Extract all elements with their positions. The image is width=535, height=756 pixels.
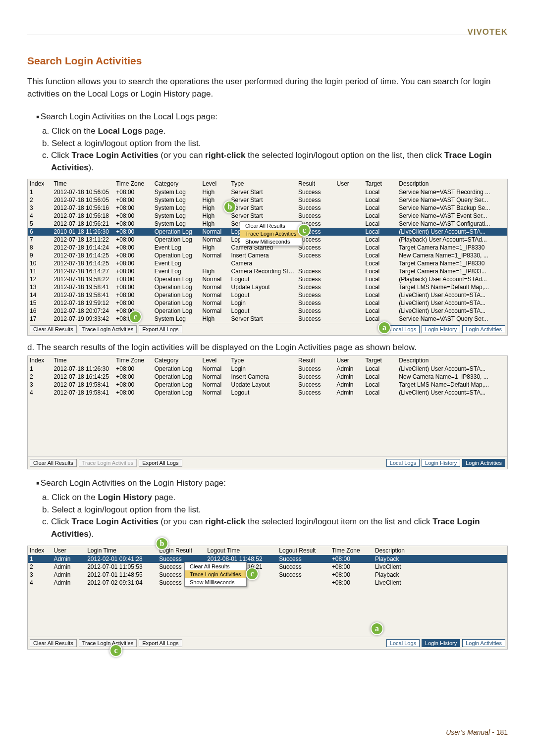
table-row[interactable]: 152012-07-18 19:59:12+08:00Operation Log… — [28, 299, 507, 307]
clear-all-results-button[interactable]: Clear All Results — [30, 639, 77, 647]
table-cell — [334, 212, 363, 220]
table-cell: Operation Log — [153, 252, 201, 259]
table-cell: 1 — [28, 365, 52, 373]
page-footer: User's Manual - 181 — [446, 728, 508, 736]
table-cell: 16 — [28, 307, 52, 315]
tab-login-activities[interactable]: Login Activities — [462, 639, 505, 647]
table-cell: Playback — [373, 571, 507, 579]
trace-login-activities-button[interactable]: Trace Login Activities — [79, 639, 137, 647]
context-menu-item[interactable]: Clear All Results — [240, 222, 302, 230]
table-cell: +08:00 — [114, 212, 152, 220]
proc-a-step-b: b. Select a login/logout option from the… — [36, 138, 508, 150]
table-cell: Success — [296, 275, 334, 283]
table-cell: 2012-07-18 10:56:05 — [52, 196, 114, 204]
table-cell: Operation Log — [153, 381, 201, 389]
table-row[interactable]: 92012-07-18 16:14:25+08:00Operation LogN… — [28, 252, 507, 259]
table-row[interactable]: 22012-07-18 16:14:25+08:00Operation LogN… — [28, 373, 507, 381]
column-header: Index — [28, 179, 52, 188]
table-row[interactable]: 3Admin2012-07-01 11:48:55SuccessSuccess+… — [28, 571, 507, 579]
table-cell: +08:00 — [114, 228, 152, 236]
table-cell — [334, 307, 363, 315]
table-row[interactable]: 32012-07-18 19:58:41+08:00Operation LogN… — [28, 381, 507, 389]
table-cell: Local — [364, 267, 397, 275]
table-row[interactable]: 162012-07-18 20:07:24+08:00Operation Log… — [28, 307, 507, 315]
table-cell: Update Layout — [229, 381, 297, 389]
table-row[interactable]: 142012-07-18 19:58:41+08:00Operation Log… — [28, 291, 507, 299]
table-cell — [334, 220, 363, 228]
footer-page-number: 181 — [496, 728, 508, 736]
table-cell: Local — [364, 307, 397, 315]
table-cell: Success — [296, 381, 334, 389]
table-cell: Local — [364, 236, 397, 244]
table-row[interactable]: 1Admin2012-02-01 09:41:28Success2012-08-… — [28, 555, 507, 563]
table-cell: 2012-07-18 16:14:25 — [52, 252, 114, 259]
table-row[interactable]: 22012-07-18 10:56:05+08:00System LogHigh… — [28, 196, 507, 204]
table-cell: 7 — [28, 236, 52, 244]
table-cell: 10 — [28, 259, 52, 267]
table-row[interactable]: 42012-07-18 10:56:18+08:00System LogHigh… — [28, 212, 507, 220]
column-header: Logout Time — [205, 546, 277, 555]
table-row[interactable]: 42012-07-18 19:58:41+08:00Operation LogN… — [28, 389, 507, 397]
table-cell: Local — [364, 389, 397, 397]
tab-local-logs[interactable]: Local Logs — [386, 325, 420, 333]
table-row[interactable]: 12012-07-18 11:26:30+08:00Operation LogN… — [28, 365, 507, 373]
tab-login-history[interactable]: Login History — [422, 459, 460, 467]
table-row[interactable]: 2Admin2012-07-01 11:05:53Success2012-08-… — [28, 563, 507, 571]
table-cell: Local — [364, 220, 397, 228]
table-row[interactable]: 102012-07-18 16:14:25+08:00Event LogCame… — [28, 259, 507, 267]
table-cell: Service Name=VAST Query Ser... — [397, 196, 507, 204]
table-cell — [334, 275, 363, 283]
export-all-logs-button[interactable]: Export All Logs — [139, 459, 182, 467]
tab-login-activities[interactable]: Login Activities — [462, 325, 505, 333]
table-cell: +08:00 — [114, 259, 152, 267]
table-cell: Success — [296, 244, 334, 252]
table-cell: New Camera Name=1_IP8330, ... — [397, 373, 507, 381]
table-cell: 2012-07-18 20:07:24 — [52, 307, 114, 315]
table-row[interactable]: 172012-07-19 09:33:42+08:00System LogHig… — [28, 315, 507, 323]
table-cell — [334, 196, 363, 204]
table-cell — [334, 291, 363, 299]
context-menu-item[interactable]: Show Milliseconds — [240, 238, 302, 246]
clear-all-results-button[interactable]: Clear All Results — [30, 325, 77, 333]
tab-login-activities[interactable]: Login Activities — [462, 459, 505, 467]
table-cell: +08:00 — [114, 252, 152, 259]
table-cell — [334, 228, 363, 236]
table-row[interactable]: 112012-07-18 16:14:27+08:00Event LogHigh… — [28, 267, 507, 275]
column-header: Time Zone — [330, 546, 373, 555]
text: page. — [142, 126, 165, 136]
context-menu-item[interactable]: Trace Login Activities — [185, 570, 246, 578]
table-cell: Normal — [200, 381, 229, 389]
table-cell: 2012-02-01 09:41:28 — [85, 555, 157, 563]
clear-all-results-button[interactable]: Clear All Results — [30, 459, 77, 467]
context-menu-item[interactable]: Trace Login Activities — [240, 230, 302, 238]
table-cell — [334, 236, 363, 244]
table-row[interactable]: 32012-07-18 10:56:16+08:00System LogHigh… — [28, 204, 507, 212]
table-cell: Local — [364, 252, 397, 259]
tab-login-history[interactable]: Login History — [422, 325, 460, 333]
table-row[interactable]: 12012-07-18 10:56:05+08:00System LogHigh… — [28, 188, 507, 196]
table-cell: Operation Log — [153, 389, 201, 397]
context-menu-item[interactable]: Show Milliseconds — [185, 578, 246, 586]
tab-login-history[interactable]: Login History — [422, 639, 460, 647]
table-cell: Login — [229, 365, 297, 373]
table-cell: 2 — [28, 563, 52, 571]
tab-local-logs[interactable]: Local Logs — [386, 459, 420, 467]
table-cell: 14 — [28, 291, 52, 299]
screenshot-login-history: IndexUserLogin TimeLogin ResultLogout Ti… — [27, 546, 508, 650]
table-cell: +08:00 — [114, 275, 152, 283]
table-row[interactable]: 4Admin2012-07-02 09:31:04Success+08:00Li… — [28, 579, 507, 587]
export-all-logs-button[interactable]: Export All Logs — [139, 325, 182, 333]
tab-local-logs[interactable]: Local Logs — [386, 639, 420, 647]
table-cell: Success — [296, 204, 334, 212]
trace-login-activities-button[interactable]: Trace Login Activities — [79, 325, 137, 333]
table-cell: Local — [364, 299, 397, 307]
export-all-logs-button[interactable]: Export All Logs — [139, 639, 182, 647]
context-menu-item[interactable]: Clear All Results — [185, 562, 246, 570]
note-d: d. The search results of the login activ… — [27, 343, 508, 353]
table-row[interactable]: 132012-07-18 19:58:41+08:00Operation Log… — [28, 283, 507, 291]
table-cell: Local — [364, 204, 397, 212]
table-cell: 3 — [28, 571, 52, 579]
table-cell — [334, 188, 363, 196]
table-row[interactable]: 122012-07-18 19:58:22+08:00Operation Log… — [28, 275, 507, 283]
table-cell: Admin — [334, 365, 363, 373]
